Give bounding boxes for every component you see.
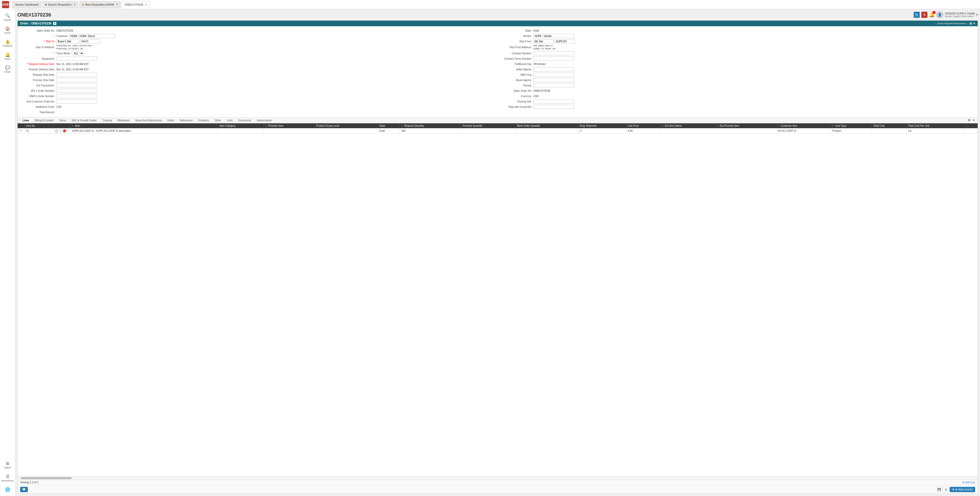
col-customer-item[interactable]: ✎ Customer Item [776,124,831,128]
col-item[interactable]: ✎ Item [70,124,218,128]
horizontal-scrollbar[interactable] [18,476,978,480]
item-cell[interactable]: SUP6-SC1-ROP-I2 - SUP6-SC1-ROP-I2 descri… [70,128,218,133]
tab-new-requisition[interactable]: New Requisition:29548 ✕ [80,1,121,8]
tab-tracking[interactable]: Tracking [100,117,115,123]
tab-links[interactable]: Links [224,117,235,123]
tab-lines[interactable]: Lines [20,117,32,124]
col-request-quantity[interactable]: ✎ Request Quantity [400,124,461,128]
add-lines-button[interactable]: ⊕ ⊕ Add Line(s) [950,487,975,492]
table-expand-icon[interactable]: ⊞ [967,117,971,123]
col-drop-shipment[interactable]: Drop Shipment [578,124,626,128]
request-quantity-cell[interactable]: 100 [400,128,461,133]
sidebar-item-alerts[interactable]: 🔔 Alerts [0,50,15,62]
col-total-cost-per-unit[interactable]: Total Cost Per Unit [907,124,965,128]
sidebar-item-switch[interactable]: ⊞ Switch [0,459,15,471]
add-line-link[interactable]: ⊕ Add Line [963,481,975,484]
panel-close-icon[interactable]: ✕ [973,22,975,25]
row-icon-edit[interactable]: ▶ [67,130,68,132]
row-icon-alert[interactable]: 🔴 [63,129,66,133]
priority-input[interactable] [533,83,574,87]
col-more: ... [965,124,978,128]
sidebar-item-problems[interactable]: ⚠️ Problems [0,37,15,49]
tab-documents[interactable]: Documents [235,117,254,123]
tab-sac-penalty[interactable]: SAC & Penalty Codes [69,117,100,123]
tab-search-requisition[interactable]: Search Requisition ✕ [42,1,78,8]
tab-other[interactable]: Other [212,117,224,123]
scroll-thumb[interactable] [21,477,72,479]
sidebar-item-search[interactable]: 🔍 Search [0,11,15,23]
tab-close-icon[interactable]: ✕ [145,3,147,6]
row-icon-clipboard[interactable]: 📋 [55,129,58,133]
value-sales-order-no-r: ONE#1370236 [533,89,975,92]
sidebar-item-chats[interactable]: 💬 Chats [0,63,15,75]
col-state[interactable]: State [377,124,399,128]
seller-agents-input[interactable] [533,67,574,71]
row-delete-button[interactable]: ✕ [19,129,23,133]
ship-from-input[interactable] [533,39,554,43]
drop-shipment-cell[interactable]: ✎ [578,128,626,133]
notification-button[interactable]: 🔔 1 [929,12,935,17]
print-icon-button[interactable]: 🖨 [943,486,948,492]
ship-from-code-input[interactable] [555,39,575,43]
col-promise-item[interactable]: ✎ Promise Item [264,124,314,128]
drop-shipment-icon[interactable]: ✎ [579,130,582,132]
ship-to-code-input[interactable] [80,39,100,43]
value-sales-order-no: ONE#1370236 [56,29,498,32]
col-unit-price[interactable]: Unit Price [626,124,660,128]
end-customer-input[interactable] [56,100,97,103]
tab-one-order[interactable]: ONE#1370236 ✕ [122,1,150,8]
vendor-input[interactable] [533,34,574,38]
trans-mode-select[interactable]: ALL [72,51,84,55]
tab-close-icon[interactable]: ✕ [116,3,118,6]
tab-authorization[interactable]: Authorization [254,117,274,123]
row-icon-doc[interactable]: 📄 [59,129,62,133]
sidebar-item-globe[interactable]: 🌐 [0,485,15,494]
col-ext-item-name[interactable]: ✎ Ext Item Name [660,124,715,128]
customer-input[interactable] [69,34,115,38]
save-icon-button[interactable]: 💾 [936,486,942,492]
form-row-3pl-order: 3PL's Order Number: [21,89,498,93]
ship-to-input[interactable] [56,39,80,43]
sidebar-item-menus-favs[interactable]: ☰ Menus/Favs [0,472,15,484]
col-total-cost[interactable]: Total Cost [872,124,907,128]
col-ext-promise-item[interactable]: ✎ Ext Promise Item [715,124,776,128]
col-line-type[interactable]: ✎ Line Type [831,124,872,128]
app-logo[interactable]: ONE [2,1,9,8]
col-back-order-quantity[interactable]: Back Order Quantity [515,124,578,128]
col-item-category[interactable]: Item Category [218,124,264,128]
tab-milestones[interactable]: Milestones [115,117,133,123]
tab-holds[interactable]: Holds [165,117,177,123]
user-area[interactable]: 👤 VENDOR SUPPLY CHAIN Vendor Supply Chai… [936,11,978,18]
promise-ship-input[interactable] [56,78,97,82]
col-line-no[interactable]: Line No [24,124,53,128]
tab-terms[interactable]: Terms [56,117,69,123]
close-button[interactable]: ✕ [921,12,928,18]
tab-problems[interactable]: Problems [196,117,212,123]
buyer-agents-input[interactable] [533,78,574,82]
refresh-button[interactable]: ↻ [914,12,920,18]
col-promise-quantity[interactable]: Promise Quantity [461,124,515,128]
line-no-cell[interactable]: 00 [24,128,53,133]
table-collapse-icon[interactable]: ✕ [971,117,976,123]
tab-notes-attachments[interactable]: Notes And Attachments [132,117,165,123]
tab-billing-contact[interactable]: Billing & Contact [32,117,56,123]
owning-site-input[interactable] [533,100,574,103]
tab-references[interactable]: References [177,117,196,123]
tab-vendor-dashboard[interactable]: Vendor Dashboard [12,1,41,8]
panel-expand-icon[interactable]: ⊞ [969,22,972,25]
sidebar-item-home[interactable]: 🏠 Home [0,24,15,36]
equipment-input[interactable] [56,57,97,61]
3pl-order-input[interactable] [56,89,97,93]
request-ship-input[interactable] [56,73,97,77]
col-product-group-level[interactable]: Product Group Level [314,124,378,128]
contract-number-input[interactable] [533,51,574,55]
omo-order-input[interactable] [56,94,97,98]
form-row-ext-transaction: Ext Transaction: [21,83,498,88]
omo-org-input[interactable] [533,73,574,77]
chat-button[interactable]: 💬 [20,487,28,492]
contract-terms-input[interactable] [533,57,574,61]
ship-group-ref-input[interactable] [533,105,574,109]
tab-close-icon[interactable]: ✕ [73,3,76,6]
line-number[interactable]: 00 [26,130,29,132]
ext-transaction-input[interactable] [56,83,97,87]
